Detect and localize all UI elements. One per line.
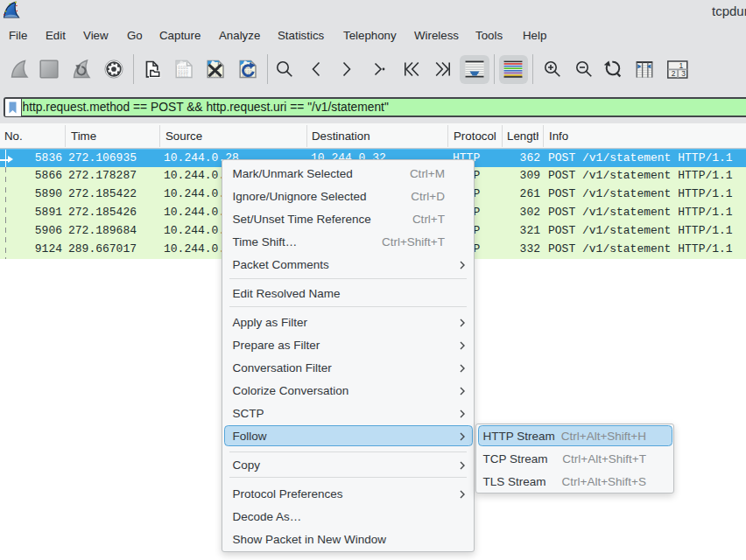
svg-text:2: 2 — [672, 69, 676, 78]
svg-text:1: 1 — [679, 61, 684, 70]
svg-text:0111: 0111 — [178, 74, 188, 79]
svg-text:3: 3 — [681, 69, 686, 78]
